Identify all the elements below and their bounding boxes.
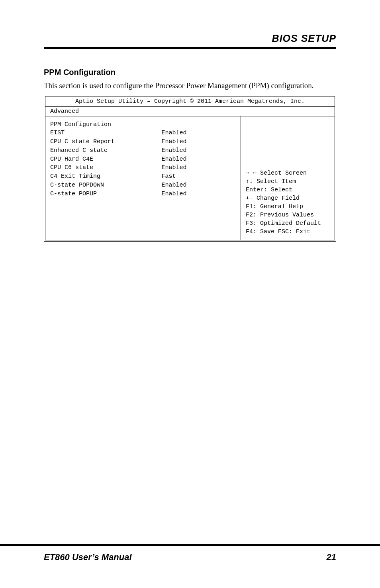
setting-label: C4 Exit Timing	[50, 172, 162, 181]
setting-label: PPM Configuration	[50, 120, 162, 129]
footer: ET860 User’s Manual 21	[44, 552, 336, 562]
section-heading: PPM Configuration	[44, 68, 336, 77]
setting-label: EIST	[50, 129, 162, 138]
bios-settings-pane: PPM Configuration EISTEnabled CPU C stat…	[45, 116, 241, 240]
help-line: F1: General Help	[246, 203, 330, 211]
setting-label: Enhanced C state	[50, 146, 162, 155]
setting-label: CPU C6 state	[50, 163, 162, 172]
help-line: F4: Save ESC: Exit	[246, 228, 330, 236]
setting-label: C-state POPDOWN	[50, 181, 162, 190]
setting-row: CPU Hard C4EEnabled	[50, 155, 236, 164]
help-line: +- Change Field	[246, 194, 330, 203]
setting-row: CPU C6 stateEnabled	[50, 163, 236, 172]
setting-value: Enabled	[162, 181, 236, 190]
setting-value: Enabled	[162, 155, 236, 164]
bios-window: Aptio Setup Utility – Copyright © 2011 A…	[44, 95, 336, 242]
bios-caption: Aptio Setup Utility – Copyright © 2011 A…	[45, 96, 335, 106]
help-line: ↑↓ Select Item	[246, 177, 330, 186]
setting-row: EISTEnabled	[50, 129, 236, 138]
setting-row: C-state POPUPEnabled	[50, 190, 236, 199]
setting-row: C4 Exit TimingFast	[50, 172, 236, 181]
setting-row: Enhanced C stateEnabled	[50, 146, 236, 155]
section-intro: This section is used to configure the Pr…	[44, 81, 336, 91]
setting-value: Enabled	[162, 146, 236, 155]
setting-value	[162, 120, 236, 129]
setting-row: C-state POPDOWNEnabled	[50, 181, 236, 190]
footer-rule	[0, 544, 380, 546]
setting-value: Enabled	[162, 129, 236, 138]
header-rule	[44, 47, 336, 49]
setting-label: CPU Hard C4E	[50, 155, 162, 164]
setting-value: Fast	[162, 172, 236, 181]
bios-help-pane: → ← Select Screen ↑↓ Select Item Enter: …	[241, 116, 335, 240]
bios-body: PPM Configuration EISTEnabled CPU C stat…	[45, 116, 335, 240]
help-line: Enter: Select	[246, 186, 330, 194]
page: BIOS SETUP PPM Configuration This sectio…	[0, 0, 380, 588]
help-line: F2: Previous Values	[246, 211, 330, 219]
setting-value: Enabled	[162, 163, 236, 172]
setting-row: PPM Configuration	[50, 120, 236, 129]
help-text: → ← Select Screen ↑↓ Select Item Enter: …	[246, 169, 330, 236]
bios-tab-row: Advanced	[45, 106, 335, 116]
setting-value: Enabled	[162, 138, 236, 146]
footer-title: ET860 User’s Manual	[44, 552, 132, 562]
help-line: F3: Optimized Default	[246, 219, 330, 228]
help-line: → ← Select Screen	[246, 169, 330, 177]
running-header: BIOS SETUP	[272, 33, 336, 44]
setting-label: CPU C state Report	[50, 138, 162, 146]
setting-value: Enabled	[162, 190, 236, 199]
setting-label: C-state POPUP	[50, 190, 162, 199]
setting-row: CPU C state ReportEnabled	[50, 138, 236, 146]
page-number: 21	[327, 552, 336, 562]
content-area: PPM Configuration This section is used t…	[44, 68, 336, 242]
